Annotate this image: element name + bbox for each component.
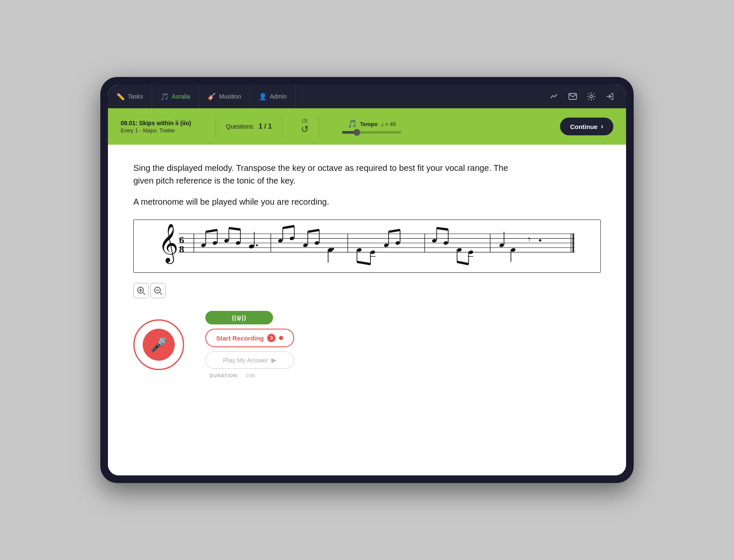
duration-value: 0:00	[246, 373, 255, 378]
svg-line-28	[283, 226, 294, 228]
tempo-slider[interactable]	[342, 131, 401, 134]
tempo-value: ♩ = 45	[381, 121, 396, 127]
admin-icon: 👤	[259, 93, 267, 101]
svg-line-19	[229, 228, 240, 230]
settings-button[interactable]	[584, 89, 599, 104]
nav-tab-admin[interactable]: 👤 Admin	[250, 85, 296, 108]
svg-point-64	[510, 248, 516, 253]
divider-2	[282, 116, 282, 137]
svg-point-29	[303, 243, 308, 248]
treble-clef: 𝄞	[158, 224, 178, 264]
start-recording-label: Start Recording	[216, 335, 264, 342]
svg-line-48	[389, 230, 400, 232]
play-answer-button[interactable]: Play My Answer ▶	[205, 351, 294, 369]
toolbar-title: 09.01: Skips within ii (iio) Entry 1 - M…	[121, 120, 205, 134]
tempo-label: Tempo	[360, 121, 378, 127]
questions-info: Questions: 1 / 1	[226, 123, 272, 130]
svg-point-20	[248, 244, 255, 249]
continue-button[interactable]: Continue ›	[560, 118, 613, 135]
svg-point-31	[314, 241, 320, 245]
tasks-icon: ✏️	[116, 93, 125, 101]
replay-icon: ↺	[301, 124, 309, 135]
mail-button[interactable]	[565, 89, 580, 104]
stats-button[interactable]	[546, 89, 562, 104]
svg-point-36	[332, 248, 334, 250]
svg-point-55	[457, 248, 462, 253]
svg-line-71	[143, 293, 145, 294]
lesson-title: 09.01: Skips within ii (iio)	[121, 120, 205, 126]
svg-point-26	[289, 236, 295, 241]
zoom-out-button[interactable]	[150, 283, 166, 298]
divider-3	[319, 116, 319, 137]
music-notation: 𝄞 6 8	[133, 220, 601, 273]
microphone-button[interactable]: 🎤	[133, 319, 184, 370]
replay-count: (3)	[302, 118, 307, 123]
nav-tab-musition[interactable]: 🎸 Musition	[199, 85, 250, 108]
device-frame: ✏️ Tasks 🎵 Auralia 🎸 Musition 👤 Admin	[100, 77, 634, 483]
svg-point-62	[499, 243, 505, 248]
nav-tabs: ✏️ Tasks 🎵 Auralia 🎸 Musition 👤 Admin	[108, 85, 295, 108]
svg-line-54	[437, 228, 448, 230]
zoom-in-button[interactable]	[133, 283, 149, 298]
recording-controls: ((ψ)) Start Recording 3 Play My Answer ▶	[205, 311, 294, 378]
auralia-label: Auralia	[172, 93, 190, 100]
nav-tab-auralia[interactable]: 🎵 Auralia	[152, 85, 199, 108]
svg-line-59	[457, 262, 469, 264]
svg-point-10	[201, 243, 206, 248]
play-icon: ▶	[271, 356, 276, 364]
svg-line-75	[160, 293, 162, 294]
logout-button[interactable]	[602, 89, 618, 104]
svg-line-42	[357, 262, 370, 264]
svg-point-52	[443, 241, 449, 245]
start-recording-button[interactable]: Start Recording 3	[205, 329, 294, 347]
svg-line-33	[308, 230, 319, 232]
svg-point-50	[432, 239, 437, 243]
questions-value: 1 / 1	[259, 123, 272, 130]
lesson-subtitle: Entry 1 - Major, Treble	[121, 127, 205, 134]
metronome-text: A metronome will be played while you are…	[133, 197, 601, 207]
svg-point-24	[278, 239, 283, 243]
svg-point-38	[356, 248, 362, 253]
musition-label: Musition	[219, 93, 241, 100]
svg-point-17	[235, 241, 241, 245]
main-content: Sing the displayed melody. Transpose the…	[108, 145, 626, 475]
svg-line-14	[206, 230, 217, 232]
instruction-text: Sing the displayed melody. Transpose the…	[133, 162, 514, 187]
pitch-ref-icon: ((ψ))	[232, 314, 246, 321]
recording-dot	[279, 336, 283, 340]
recording-count: 3	[270, 335, 273, 340]
duration-label: DURATION:	[210, 373, 239, 378]
recording-count-badge: 3	[267, 334, 276, 342]
nav-actions	[546, 85, 626, 108]
svg-point-12	[212, 241, 218, 245]
duration-row: DURATION: 0:00	[205, 373, 294, 378]
tasks-label: Tasks	[128, 93, 143, 100]
tempo-control: 🎵 Tempo ♩ = 45	[338, 119, 406, 134]
svg-point-22	[256, 244, 258, 247]
staff-svg: 𝄞 6 8	[134, 224, 600, 266]
admin-label: Admin	[270, 93, 287, 100]
questions-label: Questions:	[226, 123, 254, 130]
svg-point-44	[384, 243, 389, 248]
nav-tab-tasks[interactable]: ✏️ Tasks	[108, 85, 152, 108]
continue-label: Continue	[570, 123, 598, 130]
metronome-icon: 🎵	[348, 119, 357, 129]
pitch-reference-button[interactable]: ((ψ))	[205, 311, 273, 324]
musition-icon: 🎸	[207, 93, 216, 101]
mic-inner: 🎤	[143, 329, 175, 361]
nav-bar: ✏️ Tasks 🎵 Auralia 🎸 Musition 👤 Admin	[108, 85, 626, 108]
tempo-slider-thumb	[353, 129, 360, 136]
device-screen: ✏️ Tasks 🎵 Auralia 🎸 Musition 👤 Admin	[108, 85, 626, 475]
svg-point-40	[370, 250, 375, 255]
zoom-controls	[133, 283, 601, 298]
svg-point-57	[468, 250, 474, 255]
toolbar: 09.01: Skips within ii (iio) Entry 1 - M…	[108, 108, 626, 145]
recording-section: 🎤 ((ψ)) Start Recording 3	[133, 311, 601, 378]
continue-arrow-icon: ›	[601, 123, 603, 130]
replay-button[interactable]: (3) ↺	[301, 118, 309, 135]
auralia-icon: 🎵	[160, 93, 169, 101]
svg-point-15	[224, 239, 229, 243]
play-answer-label: Play My Answer	[223, 357, 268, 364]
mic-icon: 🎤	[150, 337, 167, 353]
svg-point-1	[590, 95, 593, 98]
